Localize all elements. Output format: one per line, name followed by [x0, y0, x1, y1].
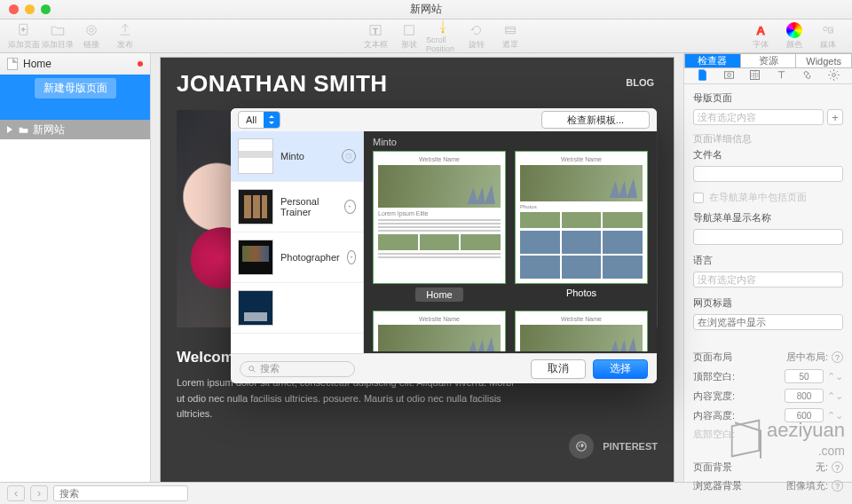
browser-bg-label: 浏览器背景 [693, 479, 742, 492]
forward-button[interactable]: › [30, 485, 48, 501]
template-item[interactable] [231, 283, 363, 334]
cancel-button[interactable]: 取消 [531, 359, 586, 379]
publish-button[interactable]: 发布 [108, 22, 142, 51]
inspector-tabs: 检查器 资源 Widgets [684, 53, 852, 68]
template-preview-area: Minto Website Name Lorem Ipsum Elite Hom… [364, 131, 657, 353]
tab-widgets[interactable]: Widgets [796, 53, 852, 68]
main-toolbar: 添加页面 添加目录 链接 发布 T文本框 形状 Scroll Position … [0, 20, 852, 53]
language-select[interactable]: 没有选定内容 [693, 272, 843, 287]
template-item-personal-trainer[interactable]: Personal Trainer [231, 182, 363, 232]
svg-point-11 [824, 27, 828, 31]
add-page-button[interactable]: 添加页面 [7, 22, 41, 51]
content-height-stepper[interactable]: 600 [785, 408, 824, 422]
add-folder-button[interactable]: 添加目录 [41, 22, 75, 51]
photo-inspector-icon[interactable] [722, 68, 736, 83]
filename-label: 文件名 [693, 148, 843, 161]
page-layout-label: 页面布局 [693, 350, 732, 364]
svg-point-16 [832, 74, 835, 77]
page-icon [7, 58, 18, 70]
check-new-templates-button[interactable]: 检查新模板... [541, 111, 650, 129]
rotate-button[interactable]: 旋转 [460, 22, 493, 51]
pinterest-icon [569, 434, 594, 459]
back-button[interactable]: ‹ [7, 485, 25, 501]
download-icon[interactable] [347, 250, 356, 264]
help-icon[interactable]: ? [832, 461, 843, 473]
color-button[interactable]: 颜色 [777, 22, 811, 51]
svg-rect-13 [724, 72, 733, 79]
template-thumb [238, 138, 273, 174]
nav-name-label: 导航菜单显示名称 [693, 211, 843, 224]
web-title-input[interactable] [693, 314, 843, 330]
template-thumb [238, 240, 273, 275]
preview-page-home[interactable]: Website Name Lorem Ipsum Elite Home [373, 151, 506, 302]
preview-page-label: Photos [566, 287, 596, 298]
filename-input[interactable] [693, 166, 843, 182]
svg-point-18 [249, 366, 254, 370]
new-master-page-button[interactable]: 新建母版页面 [35, 78, 116, 98]
minimize-window-button[interactable] [25, 4, 35, 14]
preview-page-photos[interactable]: Website Name Photos Photos [515, 151, 648, 302]
include-in-nav-checkbox[interactable] [693, 193, 704, 203]
svg-rect-5 [405, 25, 414, 35]
web-title-label: 网页标题 [693, 296, 843, 310]
preview-page-label: Home [415, 287, 462, 302]
master-page-select[interactable]: 没有选定内容 [693, 109, 824, 125]
select-button[interactable]: 选择 [593, 359, 648, 379]
top-space-stepper[interactable]: 50 [785, 369, 824, 383]
template-item-photographer[interactable]: Photographer [231, 232, 363, 283]
download-icon[interactable] [344, 200, 356, 214]
page-row-label: Home [23, 58, 51, 70]
metrics-inspector-icon[interactable] [748, 68, 761, 83]
bottom-search-input[interactable] [53, 485, 188, 501]
template-list[interactable]: Minto Personal Trainer Photographer [231, 131, 364, 353]
window-title: 新网站 [0, 2, 852, 17]
close-window-button[interactable] [9, 4, 19, 14]
template-thumb [238, 189, 273, 224]
media-button[interactable]: 媒体 [811, 22, 845, 51]
disclosure-triangle-icon [5, 125, 14, 134]
preview-page[interactable]: Website Name [515, 311, 648, 351]
inspector-mode-row [684, 68, 852, 84]
svg-point-1 [87, 25, 97, 35]
blog-link[interactable]: BLOG [626, 77, 654, 88]
template-chooser-sheet: All 检查新模板... Minto Personal Trainer Phot… [231, 108, 657, 383]
text-inspector-icon[interactable] [775, 68, 788, 83]
recent-icon [342, 149, 356, 163]
inspector-panel: 检查器 资源 Widgets 母版页面 没有选定内容 + 页面详细信息 文件名 … [683, 53, 852, 482]
svg-text:A: A [756, 23, 765, 36]
template-search-input[interactable]: 搜索 [240, 361, 355, 377]
svg-rect-15 [751, 71, 760, 80]
link-inspector-icon[interactable] [801, 68, 814, 83]
site-row[interactable]: 新网站 [0, 120, 150, 139]
page-title: JONATHAN SMITH [177, 70, 658, 98]
page-row-home[interactable]: Home [0, 53, 150, 75]
font-button[interactable]: A字体 [744, 22, 777, 51]
content-width-stepper[interactable]: 800 [785, 389, 824, 403]
mask-button[interactable]: 遮罩 [493, 22, 527, 51]
template-thumb [238, 290, 273, 326]
zoom-window-button[interactable] [41, 4, 51, 14]
category-combo[interactable]: All [238, 111, 280, 129]
master-pages-header: 新建母版页面 [0, 75, 150, 102]
chevron-up-down-icon [264, 112, 280, 128]
pinterest-widget[interactable]: PINTEREST [569, 434, 658, 459]
preview-template-name: Minto [373, 137, 648, 147]
help-icon[interactable]: ? [832, 480, 843, 492]
help-icon[interactable]: ? [832, 351, 843, 363]
textbox-button[interactable]: T文本框 [359, 22, 392, 51]
preview-page[interactable]: Website Name [373, 311, 506, 351]
shape-button[interactable]: 形状 [392, 22, 426, 51]
nav-name-input[interactable] [693, 229, 843, 245]
site-label: 新网站 [33, 122, 65, 138]
link-button[interactable]: 链接 [75, 22, 108, 51]
tab-inspector[interactable]: 检查器 [684, 53, 741, 68]
add-master-button[interactable]: + [827, 109, 843, 125]
svg-point-6 [442, 31, 445, 34]
template-item-minto[interactable]: Minto [231, 131, 363, 182]
pages-sidebar: Home 新建母版页面 新网站 [0, 53, 151, 482]
settings-inspector-icon[interactable] [827, 68, 840, 83]
scroll-position-button[interactable]: Scroll Position [426, 19, 460, 53]
search-icon [248, 365, 256, 374]
tab-resources[interactable]: 资源 [741, 53, 797, 68]
page-inspector-icon[interactable] [696, 68, 709, 83]
